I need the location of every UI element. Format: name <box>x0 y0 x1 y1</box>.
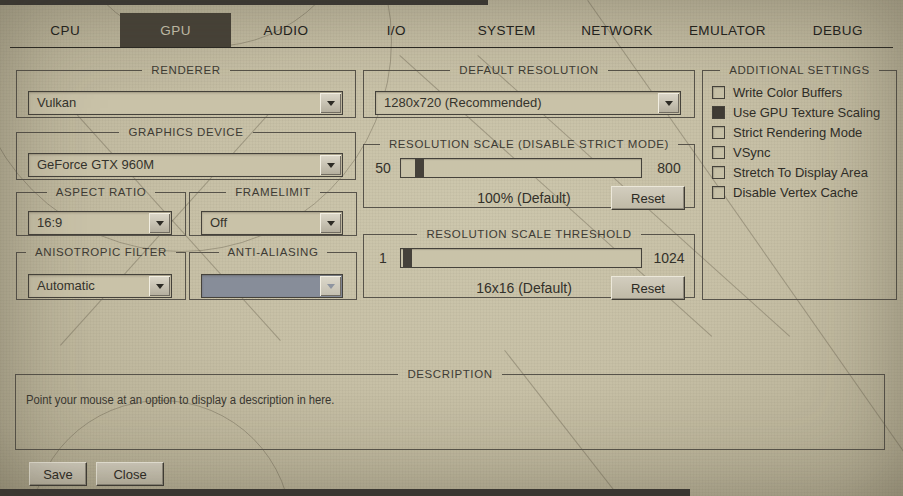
bottom-accent-strip <box>0 489 690 496</box>
chevron-down-icon[interactable] <box>320 93 341 113</box>
resolution-scale-group: RESOLUTION SCALE (DISABLE STRICT MODE) 5… <box>363 138 695 208</box>
chevron-down-icon[interactable] <box>149 276 170 296</box>
tab-gpu[interactable]: GPU <box>120 13 230 47</box>
resolution-scale-threshold-group: RESOLUTION SCALE THRESHOLD 1 1024 16x16 … <box>363 228 695 298</box>
resolution-scale-legend: RESOLUTION SCALE (DISABLE STRICT MODE) <box>380 138 678 150</box>
gpu-settings-window: CPU GPU AUDIO I/O SYSTEM NETWORK EMULATO… <box>0 0 903 496</box>
chevron-down-icon <box>320 276 341 296</box>
graphics-device-select[interactable]: GeForce GTX 960M <box>28 153 343 177</box>
tab-io[interactable]: I/O <box>341 13 451 47</box>
anti-aliasing-select <box>201 274 343 298</box>
additional-settings-group: ADDITIONAL SETTINGS Write Color Buffers … <box>702 64 897 300</box>
aspect-ratio-select[interactable]: 16:9 <box>28 211 172 235</box>
anisotropic-filter-legend: ANISOTROPIC FILTER <box>26 246 176 258</box>
close-button[interactable]: Close <box>96 462 164 486</box>
chevron-down-icon[interactable] <box>658 93 679 113</box>
checkbox-box[interactable] <box>712 186 725 199</box>
checkbox-label: VSync <box>733 145 771 160</box>
checkbox-box[interactable] <box>712 126 725 139</box>
resolution-scale-slider[interactable] <box>400 158 642 178</box>
renderer-legend: RENDERER <box>142 64 229 76</box>
tab-audio[interactable]: AUDIO <box>231 13 341 47</box>
slider-handle[interactable] <box>415 159 424 177</box>
framelimit-group: FRAMELIMIT Off <box>189 186 357 236</box>
resolution-scale-threshold-slider[interactable] <box>400 248 642 268</box>
resolution-scale-value: 100% (Default) <box>419 190 629 206</box>
additional-settings-legend: ADDITIONAL SETTINGS <box>720 64 879 76</box>
chevron-down-icon[interactable] <box>320 155 341 175</box>
graphics-device-value: GeForce GTX 960M <box>37 154 154 175</box>
tab-debug[interactable]: DEBUG <box>783 13 893 47</box>
checkbox-strict-rendering-mode[interactable]: Strict Rendering Mode <box>703 122 896 142</box>
checkbox-label: Disable Vertex Cache <box>733 185 858 200</box>
description-group: DESCRIPTION Point your mouse at an optio… <box>15 368 885 450</box>
checkbox-label: Write Color Buffers <box>733 85 842 100</box>
checkbox-stretch-to-display-area[interactable]: Stretch To Display Area <box>703 162 896 182</box>
checkbox-box[interactable] <box>712 146 725 159</box>
description-legend: DESCRIPTION <box>398 368 501 380</box>
threshold-reset-button[interactable]: Reset <box>611 276 685 300</box>
tab-system[interactable]: SYSTEM <box>452 13 562 47</box>
resolution-scale-reset-button[interactable]: Reset <box>611 186 685 210</box>
checkbox-label: Strict Rendering Mode <box>733 125 862 140</box>
description-text: Point your mouse at an option to display… <box>26 393 335 407</box>
aspect-ratio-value: 16:9 <box>37 212 62 233</box>
graphics-device-legend: GRAPHICS DEVICE <box>119 126 252 138</box>
aspect-ratio-legend: ASPECT RATIO <box>47 186 156 198</box>
anisotropic-filter-group: ANISOTROPIC FILTER Automatic <box>16 246 186 300</box>
resolution-scale-min-label: 50 <box>368 160 398 176</box>
renderer-group: RENDERER Vulkan <box>16 64 356 118</box>
checkbox-disable-vertex-cache[interactable]: Disable Vertex Cache <box>703 182 896 202</box>
renderer-select[interactable]: Vulkan <box>28 91 343 115</box>
graphics-device-group: GRAPHICS DEVICE GeForce GTX 960M <box>16 126 356 180</box>
threshold-min-label: 1 <box>368 250 398 266</box>
settings-tab-bar: CPU GPU AUDIO I/O SYSTEM NETWORK EMULATO… <box>10 13 893 48</box>
checkbox-box[interactable] <box>712 166 725 179</box>
default-resolution-legend: DEFAULT RESOLUTION <box>450 64 607 76</box>
framelimit-select[interactable]: Off <box>201 211 343 235</box>
top-accent-strip <box>0 0 488 5</box>
renderer-value: Vulkan <box>37 92 76 113</box>
threshold-max-label: 1024 <box>646 250 692 266</box>
checkbox-box[interactable] <box>712 86 725 99</box>
resolution-scale-threshold-legend: RESOLUTION SCALE THRESHOLD <box>417 228 640 240</box>
anisotropic-filter-value: Automatic <box>37 275 95 296</box>
anisotropic-filter-select[interactable]: Automatic <box>28 274 172 298</box>
default-resolution-select[interactable]: 1280x720 (Recommended) <box>375 91 681 115</box>
default-resolution-group: DEFAULT RESOLUTION 1280x720 (Recommended… <box>363 64 695 118</box>
tab-network[interactable]: NETWORK <box>562 13 672 47</box>
chevron-down-icon[interactable] <box>320 213 341 233</box>
checkbox-vsync[interactable]: VSync <box>703 142 896 162</box>
threshold-value: 16x16 (Default) <box>419 280 629 296</box>
checkbox-write-color-buffers[interactable]: Write Color Buffers <box>703 82 896 102</box>
resolution-scale-max-label: 800 <box>646 160 692 176</box>
anti-aliasing-legend: ANTI-ALIASING <box>219 246 328 258</box>
framelimit-value: Off <box>210 212 227 233</box>
chevron-down-icon[interactable] <box>149 213 170 233</box>
default-resolution-value: 1280x720 (Recommended) <box>384 92 542 113</box>
checkbox-label: Use GPU Texture Scaling <box>733 105 880 120</box>
tab-cpu[interactable]: CPU <box>10 13 120 47</box>
framelimit-legend: FRAMELIMIT <box>226 186 320 198</box>
slider-handle[interactable] <box>403 249 412 267</box>
save-button[interactable]: Save <box>29 462 87 486</box>
anti-aliasing-group: ANTI-ALIASING <box>189 246 357 300</box>
additional-settings-list: Write Color Buffers Use GPU Texture Scal… <box>703 82 896 202</box>
checkbox-box[interactable] <box>712 106 725 119</box>
aspect-ratio-group: ASPECT RATIO 16:9 <box>16 186 186 236</box>
checkbox-use-gpu-texture-scaling[interactable]: Use GPU Texture Scaling <box>703 102 896 122</box>
checkbox-label: Stretch To Display Area <box>733 165 868 180</box>
tab-emulator[interactable]: EMULATOR <box>672 13 782 47</box>
